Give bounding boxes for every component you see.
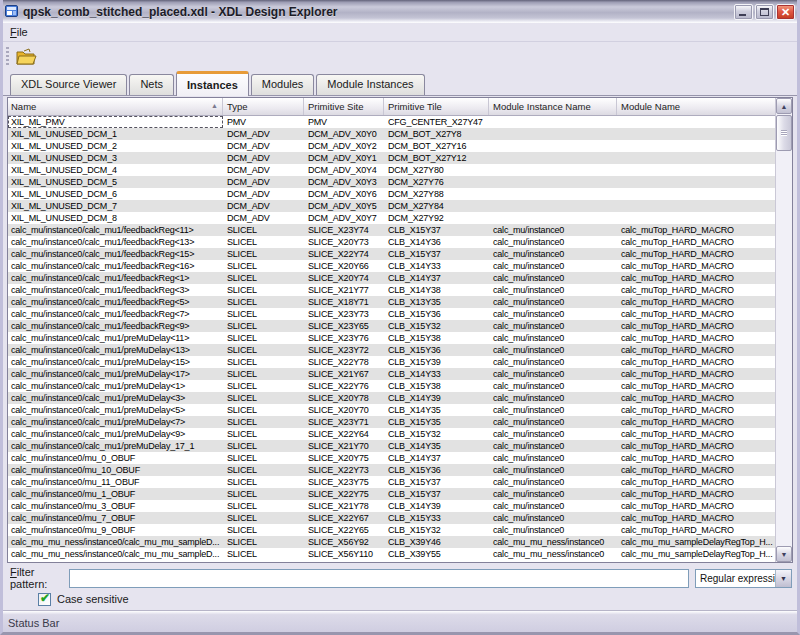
cell-module-instance-name: calc_mu/instance0 [489, 440, 617, 452]
cell-module-name: calc_muTop_HARD_MACRO [617, 380, 775, 392]
table-row[interactable]: calc_mu/instance0/mu_9_OBUFSLICELSLICE_X… [8, 524, 775, 536]
cell-primitive-site: SLICE_X20Y75 [304, 452, 384, 464]
column-header-module-instance-name[interactable]: Module Instance Name [489, 98, 617, 115]
cell-primitive-tile: CLB_X13Y35 [384, 296, 489, 308]
scroll-up-button[interactable]: ▲ [776, 98, 792, 114]
cell-name: calc_mu/instance0/calc_mu1/preMuDelay<1> [8, 380, 223, 392]
table-row[interactable]: calc_mu/instance0/mu_11_OBUFSLICELSLICE_… [8, 476, 775, 488]
table-row[interactable]: calc_mu/instance0/mu_3_OBUFSLICELSLICE_X… [8, 500, 775, 512]
status-bar: Status Bar [0, 610, 800, 635]
cell-module-instance-name: calc_mu/instance0 [489, 320, 617, 332]
tab-instances[interactable]: Instances [176, 71, 249, 96]
cell-module-instance-name: calc_mu/instance0 [489, 272, 617, 284]
case-sensitive-row: ✔ Case sensitive [38, 591, 129, 607]
table-row[interactable]: XIL_ML_UNUSED_DCM_7DCM_ADVDCM_ADV_X0Y5DC… [8, 200, 775, 212]
cell-module-instance-name: calc_mu_mu_ness/instance0 [489, 536, 617, 548]
table-row[interactable]: calc_mu/instance0/mu_0_OBUFSLICELSLICE_X… [8, 452, 775, 464]
filter-pattern-input[interactable] [69, 569, 689, 588]
column-header-name[interactable]: Name ▲ [8, 98, 223, 115]
cell-module-name [617, 116, 775, 128]
cell-type: SLICEL [223, 248, 304, 260]
menu-file[interactable]: File [3, 24, 35, 40]
open-file-button[interactable] [13, 45, 39, 69]
table-row[interactable]: XIL_ML_UNUSED_DCM_6DCM_ADVDCM_ADV_X0Y6DC… [8, 188, 775, 200]
column-header-module-name[interactable]: Module Name [617, 98, 775, 115]
table-row[interactable]: calc_mu/instance0/calc_mu1/feedbackReg<5… [8, 296, 775, 308]
table-row[interactable]: calc_mu/instance0/calc_mu1/preMuDelay<17… [8, 368, 775, 380]
filter-mode-dropdown[interactable]: Regular expression ▼ [695, 569, 792, 588]
column-header-type[interactable]: Type [223, 98, 304, 115]
table-row[interactable]: calc_mu/instance0/calc_mu1/preMuDelay<15… [8, 356, 775, 368]
column-header-primitive-tile[interactable]: Primitive Tile [384, 98, 489, 115]
tab-module-instances[interactable]: Module Instances [316, 74, 424, 95]
column-header-primitive-site[interactable]: Primitive Site [304, 98, 384, 115]
table-row[interactable]: calc_mu/instance0/calc_mu1/preMuDelay<3>… [8, 392, 775, 404]
cell-type: SLICEL [223, 308, 304, 320]
cell-name: calc_mu/instance0/mu_9_OBUF [8, 524, 223, 536]
table-row[interactable]: calc_mu/instance0/calc_mu1/preMuDelay_17… [8, 440, 775, 452]
minimize-button[interactable] [734, 4, 753, 20]
table-row[interactable]: calc_mu/instance0/calc_mu1/preMuDelay<13… [8, 344, 775, 356]
case-sensitive-label: Case sensitive [57, 593, 129, 605]
table-row[interactable]: calc_mu/instance0/calc_mu1/preMuDelay<11… [8, 332, 775, 344]
scrollbar-track[interactable] [776, 151, 792, 546]
cell-type: SLICEL [223, 476, 304, 488]
table-row[interactable]: XIL_ML_UNUSED_DCM_3DCM_ADVDCM_ADV_X0Y1DC… [8, 152, 775, 164]
cell-type: SLICEL [223, 272, 304, 284]
cell-name: calc_mu/instance0/mu_0_OBUF [8, 452, 223, 464]
table-row[interactable]: calc_mu/instance0/calc_mu1/feedbackReg<1… [8, 236, 775, 248]
chevron-down-icon[interactable]: ▼ [775, 570, 791, 587]
table-row[interactable]: calc_mu_mu_ness/instance0/calc_mu_mu_sam… [8, 536, 775, 548]
cell-primitive-tile: CLB_X15Y37 [384, 476, 489, 488]
table-row[interactable]: calc_mu/instance0/mu_10_OBUFSLICELSLICE_… [8, 464, 775, 476]
cell-type: SLICEL [223, 380, 304, 392]
table-row[interactable]: calc_mu_mu_ness/instance0/calc_mu_mu_sam… [8, 548, 775, 560]
cell-module-instance-name: calc_mu/instance0 [489, 476, 617, 488]
close-button[interactable]: ✕ [776, 4, 795, 20]
cell-name: XIL_ML_PMV [8, 116, 223, 128]
table-row[interactable]: XIL_ML_UNUSED_DCM_1DCM_ADVDCM_ADV_X0Y0DC… [8, 128, 775, 140]
cell-primitive-site: SLICE_X23Y72 [304, 344, 384, 356]
table-row[interactable]: calc_mu/instance0/calc_mu1/feedbackReg<9… [8, 320, 775, 332]
cell-name: calc_mu/instance0/calc_mu1/feedbackReg<3… [8, 284, 223, 296]
cell-module-instance-name: calc_mu/instance0 [489, 488, 617, 500]
tab-nets[interactable]: Nets [129, 74, 174, 95]
table-row[interactable]: calc_mu/instance0/calc_mu1/feedbackReg<7… [8, 308, 775, 320]
table-row[interactable]: calc_mu/instance0/mu_7_OBUFSLICELSLICE_X… [8, 512, 775, 524]
table-row[interactable]: XIL_ML_UNUSED_DCM_8DCM_ADVDCM_ADV_X0Y7DC… [8, 212, 775, 224]
table-row[interactable]: XIL_ML_UNUSED_DCM_4DCM_ADVDCM_ADV_X0Y4DC… [8, 164, 775, 176]
table-row[interactable]: calc_mu/instance0/calc_mu1/feedbackReg<1… [8, 224, 775, 236]
cell-primitive-site: SLICE_X22Y67 [304, 512, 384, 524]
table-row[interactable]: calc_mu/instance0/calc_mu1/feedbackReg<1… [8, 260, 775, 272]
table-row[interactable]: calc_mu/instance0/calc_mu1/preMuDelay<7>… [8, 416, 775, 428]
case-sensitive-checkbox[interactable]: ✔ [38, 593, 51, 606]
table-row[interactable]: calc_mu/instance0/calc_mu1/preMuDelay<5>… [8, 404, 775, 416]
table-row[interactable]: calc_mu/instance0/calc_mu1/preMuDelay<1>… [8, 380, 775, 392]
table-row[interactable]: calc_mu/instance0/calc_mu1/preMuDelay<9>… [8, 428, 775, 440]
cell-name: XIL_ML_UNUSED_DCM_7 [8, 200, 223, 212]
tab-xdl-source-viewer[interactable]: XDL Source Viewer [10, 74, 127, 95]
cell-primitive-site: SLICE_X22Y74 [304, 248, 384, 260]
scroll-down-button[interactable]: ▼ [776, 546, 792, 562]
table-row[interactable]: calc_mu/instance0/mu_1_OBUFSLICELSLICE_X… [8, 488, 775, 500]
cell-module-instance-name [489, 212, 617, 224]
table-row[interactable]: calc_mu/instance0/calc_mu1/feedbackReg<1… [8, 248, 775, 260]
table-row[interactable]: calc_mu/instance0/calc_mu1/feedbackReg<3… [8, 284, 775, 296]
cell-name: XIL_ML_UNUSED_DCM_1 [8, 128, 223, 140]
cell-name: calc_mu/instance0/calc_mu1/preMuDelay<13… [8, 344, 223, 356]
maximize-icon [760, 8, 769, 16]
table-row[interactable]: calc_mu/instance0/calc_mu1/feedbackReg<1… [8, 272, 775, 284]
cell-name: XIL_ML_UNUSED_DCM_5 [8, 176, 223, 188]
table-row[interactable]: XIL_ML_UNUSED_DCM_5DCM_ADVDCM_ADV_X0Y3DC… [8, 176, 775, 188]
cell-name: calc_mu/instance0/calc_mu1/feedbackReg<7… [8, 308, 223, 320]
vertical-scrollbar[interactable]: ▲ ▼ [775, 98, 792, 562]
cell-name: calc_mu/instance0/mu_1_OBUF [8, 488, 223, 500]
tab-modules[interactable]: Modules [251, 74, 315, 95]
maximize-button[interactable] [755, 4, 774, 20]
cell-type: SLICEL [223, 452, 304, 464]
table-row[interactable]: XIL_ML_PMVPMVPMVCFG_CENTER_X27Y47 [8, 116, 775, 128]
cell-module-instance-name: calc_mu/instance0 [489, 404, 617, 416]
table-row[interactable]: XIL_ML_UNUSED_DCM_2DCM_ADVDCM_ADV_X0Y2DC… [8, 140, 775, 152]
scrollbar-thumb[interactable] [776, 115, 792, 151]
title-bar[interactable]: qpsk_comb_stitched_placed.xdl - XDL Desi… [0, 0, 800, 23]
